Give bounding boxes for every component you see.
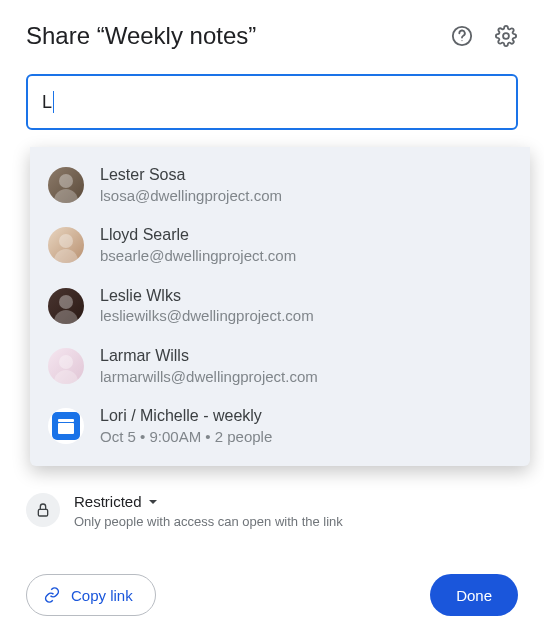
suggestion-detail: Oct 5 • 9:00AM • 2 people — [100, 427, 272, 447]
access-description: Only people with access can open with th… — [74, 514, 343, 529]
suggestion-item[interactable]: Lori / Michelle - weekly Oct 5 • 9:00AM … — [30, 396, 530, 456]
access-level-label: Restricted — [74, 493, 142, 510]
people-search-input[interactable]: L — [26, 74, 518, 130]
svg-rect-3 — [38, 509, 47, 516]
suggestion-email: lsosa@dwellingproject.com — [100, 186, 282, 206]
avatar — [48, 348, 84, 384]
avatar — [48, 227, 84, 263]
general-access-row: Restricted Only people with access can o… — [26, 493, 518, 529]
caret-down-icon — [148, 497, 158, 507]
avatar — [48, 167, 84, 203]
suggestion-name: Lori / Michelle - weekly — [100, 406, 272, 427]
text-cursor — [53, 91, 54, 113]
link-icon — [43, 586, 61, 604]
suggestion-item[interactable]: Lester Sosa lsosa@dwellingproject.com — [30, 155, 530, 215]
suggestion-item[interactable]: Leslie Wlks lesliewilks@dwellingproject.… — [30, 276, 530, 336]
suggestion-item[interactable]: Lloyd Searle bsearle@dwellingproject.com — [30, 215, 530, 275]
calendar-icon — [48, 408, 84, 444]
svg-point-1 — [461, 40, 462, 41]
suggestion-email: larmarwills@dwellingproject.com — [100, 367, 318, 387]
lock-icon — [26, 493, 60, 527]
suggestion-email: bsearle@dwellingproject.com — [100, 246, 296, 266]
suggestion-name: Lester Sosa — [100, 165, 282, 186]
done-button[interactable]: Done — [430, 574, 518, 616]
copy-link-button[interactable]: Copy link — [26, 574, 156, 616]
suggestion-item[interactable]: Larmar Wills larmarwills@dwellingproject… — [30, 336, 530, 396]
svg-point-2 — [503, 33, 509, 39]
help-icon[interactable] — [450, 24, 474, 48]
suggestion-name: Lloyd Searle — [100, 225, 296, 246]
copy-link-label: Copy link — [71, 587, 133, 604]
avatar — [48, 288, 84, 324]
settings-icon[interactable] — [494, 24, 518, 48]
search-value: L — [42, 92, 52, 113]
dialog-title: Share “Weekly notes” — [26, 22, 256, 50]
suggestion-email: lesliewilks@dwellingproject.com — [100, 306, 314, 326]
access-level-dropdown[interactable]: Restricted — [74, 493, 343, 510]
autocomplete-dropdown: Lester Sosa lsosa@dwellingproject.com Ll… — [30, 147, 530, 466]
suggestion-name: Larmar Wills — [100, 346, 318, 367]
suggestion-name: Leslie Wlks — [100, 286, 314, 307]
